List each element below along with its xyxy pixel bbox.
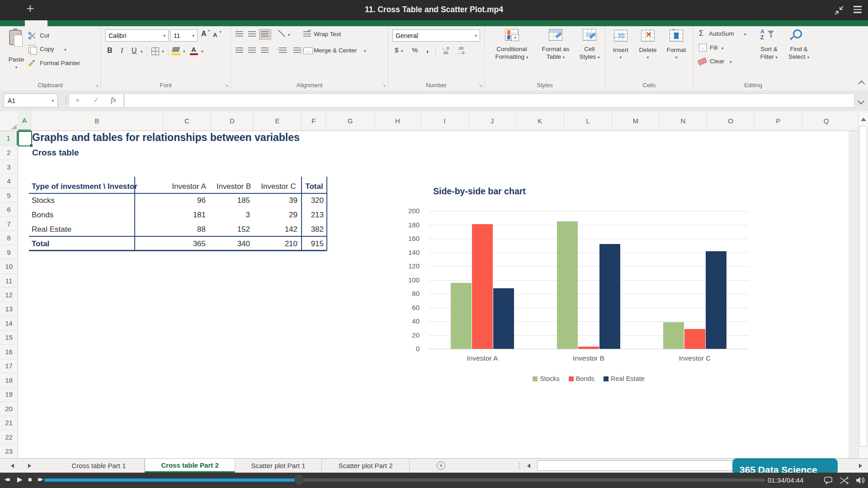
vertical-scrollbar[interactable] [858,114,868,458]
legend-item: Bonds [569,375,594,382]
legend-label: Stocks [540,375,560,382]
grid-right-filler [849,131,858,458]
vertical-scroll-thumb[interactable] [859,126,867,446]
chart-xlabel: Investor A [451,354,514,362]
table-line-above-total [29,236,326,237]
sheet-tab-active[interactable]: Cross table Part 2 [145,459,235,473]
tab-splitter-icon[interactable]: ⋮ [516,461,523,469]
chart-bar-real-estate [599,244,620,349]
legend-label: Bonds [576,375,594,382]
table-row-label: Real Estate [32,222,71,237]
table-corner-header: Type of investment \ Investor [32,179,137,193]
sheet-tab[interactable]: Cross table Part 1 [53,459,145,473]
table-row-label: Bonds [32,208,53,222]
table-line-bottom [29,250,326,251]
table-row-label: Stocks [32,193,55,208]
table-cell: 181 [163,208,206,222]
hscroll-left-icon[interactable] [527,464,530,468]
chart-ytick: 200 [397,207,420,215]
chart-ytick: 160 [397,235,420,242]
fast-forward-button[interactable]: ▶▶ [38,477,41,482]
chart-ytick: 80 [397,290,420,297]
rewind-button[interactable]: ◀◀ [5,477,8,482]
progress-fill [44,479,299,482]
chart-bar-stocks [663,322,684,349]
table-line-vertical [301,177,302,251]
doc-title: Graphs and tables for relationships betw… [32,131,300,144]
legend-swatch-icon [533,376,538,381]
watermark-badge: 365 Data Science [732,458,838,473]
progress-handle[interactable] [294,475,304,485]
stop-button[interactable]: ■ [28,476,32,483]
chart-bar-stocks [451,283,472,349]
legend-swatch-icon [569,376,574,381]
chart-gridline [429,349,749,349]
table-cell: 88 [163,222,206,237]
sheet-tab[interactable]: Scatter plot Part 2 [322,459,410,473]
chart-bar-bonds [684,329,705,349]
table-col-header: Total [301,179,328,193]
table-line-vertical [134,177,135,251]
video-player: + 11. Cross Table and Scatter Plot.mp4 P… [0,0,868,488]
legend-item: Stocks [533,375,560,382]
chart-xlabel: Investor C [663,354,726,362]
play-button[interactable]: ▶ [17,475,23,483]
chart-ytick: 100 [397,276,420,284]
table-cell: 915 [281,237,324,251]
legend-item: Real Estate [604,375,645,382]
chart-ytick: 0 [397,345,420,352]
chart-bar-bonds [472,224,493,349]
chart-bar-bonds [578,347,599,349]
sheet-tab[interactable]: Scatter plot Part 1 [235,459,322,473]
sheet-tab-bar: Cross table Part 1Cross table Part 2Scat… [0,458,868,473]
table-cell: 185 [207,193,250,208]
table-cell: 3 [207,208,250,222]
chart-bar-real-estate [706,251,726,349]
chart-ytick: 20 [397,331,420,339]
progress-track[interactable] [44,479,765,482]
horizontal-scroll-thumb[interactable] [537,460,733,471]
chart-ytick: 120 [397,262,420,270]
table-cell: 213 [281,208,324,222]
watermark-text: 365 Data Science [740,465,817,473]
fill-handle[interactable] [29,144,33,147]
table-col-header: Investor C [254,179,303,193]
table-cell: 340 [207,237,250,251]
chart-ytick: 40 [397,317,420,325]
table-cell: 382 [281,222,324,237]
doc-subtitle: Cross table [32,148,79,158]
scroll-up-icon[interactable] [861,117,866,121]
table-col-header: Investor A [164,179,214,193]
table-line-vertical [326,177,327,251]
table-col-header: Investor B [209,179,259,193]
video-controls: ◀◀ ▶ ■ ▶▶ 01:34/04:44 [0,473,868,488]
chart-legend: StocksBondsReal Estate [429,375,749,382]
hscroll-right-icon[interactable] [859,464,862,468]
table-line-header [29,193,326,194]
volume-icon[interactable] [855,476,865,485]
subtitles-icon[interactable] [824,476,833,485]
sheet-content: Graphs and tables for relationships betw… [0,0,868,458]
chart-gridline [429,211,749,211]
table-cell: 152 [207,222,250,237]
time-display: 01:34/04:44 [768,476,803,484]
chart-bar-real-estate [493,288,514,349]
new-sheet-button[interactable]: + [437,461,445,470]
legend-swatch-icon [604,376,609,381]
table-row-label: Total [32,237,49,251]
table-cell: 320 [281,193,324,208]
chart-xlabel: Investor B [557,354,620,362]
chart-ytick: 140 [397,249,420,256]
table-cell: 96 [163,193,206,208]
chart-ytick: 60 [397,304,420,311]
chart-title: Side-by-side bar chart [433,186,526,197]
shuffle-icon[interactable] [839,476,849,485]
table-cell: 365 [163,237,206,251]
chart-ytick: 180 [397,221,420,229]
chart-bar-stocks [557,221,578,349]
legend-label: Real Estate [611,375,645,382]
